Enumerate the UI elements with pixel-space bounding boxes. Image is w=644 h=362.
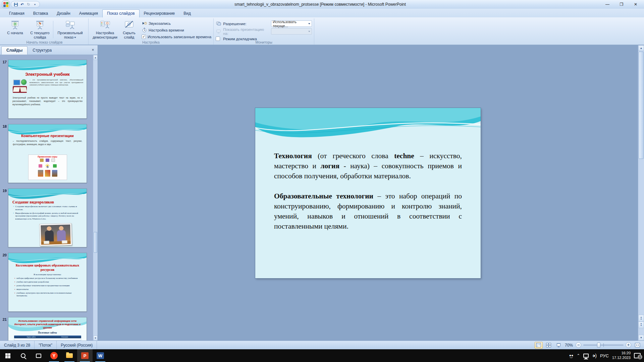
bullet-text: видеоопыты: [16, 288, 29, 291]
zoom-slider[interactable]: [583, 345, 624, 346]
sulfur-diagram-title: Применение серы: [29, 156, 67, 158]
sun-rays-icon: ✳S: [44, 163, 51, 169]
zoom-percentage[interactable]: 70%: [565, 343, 573, 348]
volume-icon[interactable]: 🕩): [592, 353, 596, 359]
minimize-button[interactable]: —: [600, 1, 614, 8]
slide-21-thumbnail[interactable]: Использование справочной информации сети…: [8, 317, 87, 341]
next-slide-button[interactable]: ▼▼: [638, 321, 644, 328]
status-language[interactable]: Русский (Россия): [57, 341, 97, 349]
slide-18-thumbnail[interactable]: Компьютерные презентации – последователь…: [8, 124, 87, 183]
slideshow-play-icon: [10, 20, 20, 30]
tab-glavnaya[interactable]: Главная: [5, 10, 29, 17]
zoom-out-button[interactable]: −: [576, 342, 581, 348]
slide-number: 18: [0, 124, 8, 183]
office-logo-blue: [3, 5, 6, 7]
scroll-down-icon[interactable]: ▼: [638, 335, 644, 341]
setup-show-button[interactable]: Настройка демонстрации: [91, 19, 119, 40]
group-start-slideshow: С начала С текущего слайда: [1, 18, 89, 45]
use-timings-checkbox-checked[interactable]: ✓: [142, 35, 146, 39]
show-on-dropdown: [271, 28, 312, 35]
redo-icon[interactable]: ↻: [26, 2, 31, 7]
tab-outline[interactable]: Структура: [28, 46, 57, 55]
resolution-dropdown[interactable]: Использовать текуще...: [271, 20, 312, 27]
thumbnail-list: 17 Электронный учебник: [0, 55, 93, 341]
use-timings-checkbox-row[interactable]: ✓ Использовать записанные времена: [142, 34, 211, 40]
network-icon[interactable]: [583, 354, 589, 358]
main-scrollbar[interactable]: ▲ ▲▲ ▼▼ ▼: [638, 45, 644, 341]
slide-text-block[interactable]: Технология (от греческого слова techne –…: [274, 151, 462, 232]
undo-icon[interactable]: ↶: [19, 2, 25, 7]
scroll-down-icon[interactable]: ▼: [93, 336, 98, 341]
task-view-button[interactable]: [31, 349, 46, 362]
table-col-2: Описание: [61, 336, 68, 338]
zoom-slider-tick: [603, 343, 604, 347]
hidden-icons-chevron[interactable]: ⌃: [577, 353, 580, 358]
tab-vstavka[interactable]: Вставка: [29, 10, 53, 17]
notification-badge: 1: [638, 355, 642, 359]
yandex-browser-button[interactable]: Y: [46, 349, 62, 362]
panel-close-icon[interactable]: ×: [90, 47, 96, 53]
date: 17.12.2023: [612, 356, 631, 360]
language-indicator[interactable]: РУС: [600, 353, 609, 358]
dropdown-arrow-icon: [308, 23, 310, 24]
custom-show-button[interactable]: Произвольный показ: [54, 19, 86, 40]
group-divider: [53, 21, 53, 38]
hide-slide-button[interactable]: Скрыть слайд: [119, 19, 139, 40]
slide-19-thumbnail[interactable]: Создание видеороликов •Создание видеофил…: [8, 188, 87, 247]
zoom-in-button[interactable]: +: [626, 342, 631, 348]
bullet-text: Видеофильмы из фотографий можно делать в…: [15, 212, 83, 221]
clock[interactable]: 16:20 17.12.2023: [612, 351, 631, 360]
fit-to-window-button[interactable]: [633, 342, 641, 349]
slide-sorter-view-button[interactable]: [545, 342, 553, 349]
tab-vid[interactable]: Вид: [179, 10, 195, 17]
notification-center-button[interactable]: 1: [634, 353, 641, 358]
children-photo: [39, 223, 72, 246]
file-explorer-button[interactable]: [62, 349, 77, 362]
tab-dizayn[interactable]: Дизайн: [52, 10, 74, 17]
custom-show-icon: [65, 20, 75, 30]
people-icon[interactable]: ꔷ͜ꔷ: [569, 353, 574, 358]
bullet-icon: •: [13, 212, 14, 221]
from-current-slide-button[interactable]: С текущего слайда: [28, 19, 52, 40]
panel-scrollbar[interactable]: ▲ ▼: [93, 55, 98, 341]
from-beginning-button[interactable]: С начала: [3, 19, 28, 40]
current-slide[interactable]: Технология (от греческого слова techne –…: [255, 108, 481, 278]
main-scrollbar-thumb[interactable]: [639, 52, 644, 159]
slideshow-view-button[interactable]: [555, 342, 563, 349]
zoom-slider-thumb[interactable]: [597, 343, 600, 348]
slide-20-thumbnail[interactable]: Коллекции цифровых образовательных ресур…: [8, 253, 87, 312]
customize-qat-icon[interactable]: ▾: [32, 2, 38, 7]
status-theme[interactable]: "Поток": [35, 341, 57, 349]
search-button[interactable]: [15, 349, 31, 362]
clipart-book: [46, 159, 49, 162]
office-button[interactable]: [2, 1, 9, 8]
scroll-up-icon[interactable]: ▲: [93, 55, 98, 60]
tab-pokaz-slaydov[interactable]: Показ слайдов: [102, 9, 140, 17]
tab-animatsiya[interactable]: Анимация: [75, 10, 102, 17]
word-taskbar-button[interactable]: W: [93, 349, 108, 362]
scroll-up-icon[interactable]: ▲: [638, 45, 644, 51]
clipart-rocket: [38, 170, 43, 177]
record-narration-button[interactable]: Звукозапись: [142, 20, 211, 26]
panel-scrollbar-thumb[interactable]: [94, 232, 97, 253]
save-icon[interactable]: [13, 2, 18, 7]
previous-slide-button[interactable]: ▲▲: [638, 315, 644, 321]
word-icon: W: [97, 352, 104, 359]
monitors-grid: Разрешение: Использовать текуще... Показ…: [216, 19, 312, 42]
record-narration-label: Звукозапись: [149, 21, 171, 25]
start-button[interactable]: [0, 349, 15, 362]
rehearse-timings-button[interactable]: Настройка времени: [142, 27, 211, 33]
restore-button[interactable]: ❐: [614, 1, 629, 8]
tab-retsenzirovanie[interactable]: Рецензирование: [140, 10, 179, 17]
system-tray: ꔷ͜ꔷ ⌃ 🕩) РУС 16:20 17.12.2023 1: [569, 349, 644, 362]
tab-slides[interactable]: Слайды: [1, 46, 28, 55]
bullet-icon: ▪: [14, 284, 15, 287]
slide-20-bullets: ▪наборы цифровых ресурсов к большому кол…: [14, 277, 82, 297]
powerpoint-taskbar-button[interactable]: P: [77, 349, 93, 362]
bullet-text: разнообразные тематические и предметные …: [16, 284, 69, 287]
slide-17-thumbnail[interactable]: Электронный учебник – это программно-мет…: [8, 60, 87, 119]
slide-sorter-icon: [546, 343, 551, 347]
close-button[interactable]: ✕: [629, 1, 643, 8]
normal-view-button[interactable]: [535, 342, 543, 349]
text-run: (от греческого слова: [312, 152, 394, 160]
